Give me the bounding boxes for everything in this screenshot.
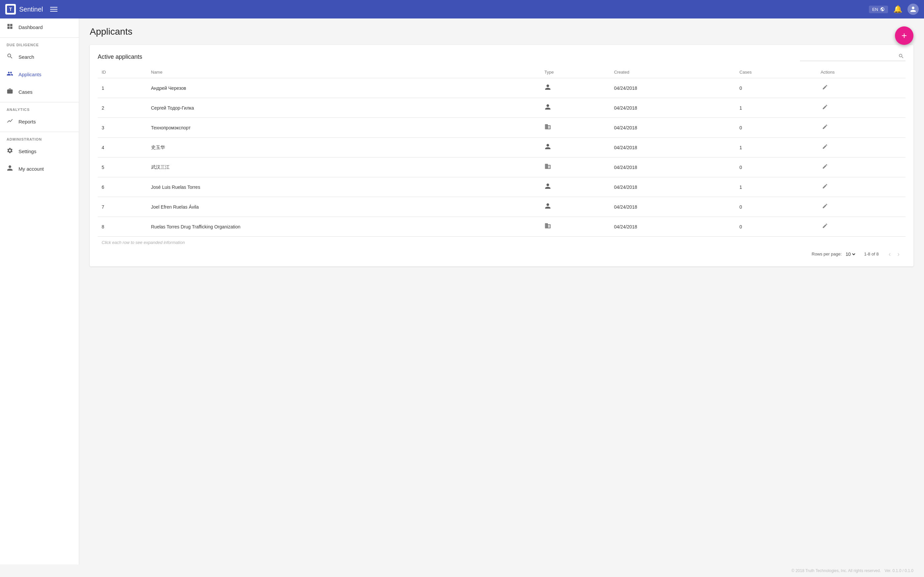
sidebar-search-label: Search xyxy=(18,54,34,60)
add-applicant-fab[interactable]: + xyxy=(895,26,913,45)
cell-actions xyxy=(817,98,906,118)
cell-created: 04/24/2018 xyxy=(610,197,736,217)
sidebar-item-settings[interactable]: Settings xyxy=(0,143,79,160)
sidebar-item-reports[interactable]: Reports xyxy=(0,113,79,131)
cell-actions xyxy=(817,118,906,138)
cell-actions xyxy=(817,217,906,237)
cell-id: 2 xyxy=(98,98,147,118)
applicants-table: ID Name Type Created Cases Actions 1 Анд… xyxy=(98,66,906,237)
page-title: Applicants xyxy=(90,26,913,37)
sidebar-divider-1 xyxy=(0,37,79,38)
cell-name: 武汉三江 xyxy=(147,158,541,177)
sidebar-item-dashboard[interactable]: Dashboard xyxy=(0,18,79,36)
table-row[interactable]: 3 Технопромэкспорт 04/24/2018 0 xyxy=(98,118,906,138)
edit-button[interactable] xyxy=(821,182,829,192)
cell-id: 6 xyxy=(98,177,147,197)
app-layout: Dashboard DUE DILIGENCE Search Applicant… xyxy=(0,18,924,564)
section-label-due-diligence: DUE DILIGENCE xyxy=(0,39,79,48)
sidebar-my-account-label: My account xyxy=(18,166,44,172)
table-row[interactable]: 8 Ruelas Torres Drug Trafficking Organiz… xyxy=(98,217,906,237)
cell-id: 5 xyxy=(98,158,147,177)
cell-type xyxy=(541,78,610,98)
table-row[interactable]: 4 史玉华 04/24/2018 1 xyxy=(98,138,906,158)
cell-actions xyxy=(817,138,906,158)
col-id: ID xyxy=(98,66,147,78)
table-row[interactable]: 6 José Luis Ruelas Torres 04/24/2018 1 xyxy=(98,177,906,197)
edit-button[interactable] xyxy=(821,83,829,93)
rows-per-page-select[interactable]: 5102550 xyxy=(845,251,856,257)
cell-cases: 0 xyxy=(736,78,817,98)
sidebar-settings-label: Settings xyxy=(18,148,36,154)
next-page-button[interactable]: › xyxy=(895,250,901,258)
cell-name: Joel Efren Ruelas Ávila xyxy=(147,197,541,217)
topbar-logo: T Sentinel xyxy=(5,4,869,15)
copyright-text: © 2018 Truth Technologies, Inc. All righ… xyxy=(791,569,881,573)
topbar: T Sentinel EN 🔔 xyxy=(0,0,924,18)
notification-icon[interactable]: 🔔 xyxy=(893,5,902,13)
user-avatar[interactable] xyxy=(908,4,919,15)
search-wrapper xyxy=(800,53,906,61)
page-footer: © 2018 Truth Technologies, Inc. All righ… xyxy=(0,564,924,577)
cell-name: Андрей Черезов xyxy=(147,78,541,98)
version-text: Ver. 0.1.0 / 0.1.0 xyxy=(885,569,913,573)
sidebar-item-applicants[interactable]: Applicants xyxy=(0,66,79,83)
cell-type xyxy=(541,158,610,177)
cell-type xyxy=(541,98,610,118)
cell-created: 04/24/2018 xyxy=(610,98,736,118)
cell-cases: 0 xyxy=(736,118,817,138)
cell-type xyxy=(541,177,610,197)
col-name: Name xyxy=(147,66,541,78)
cell-cases: 0 xyxy=(736,197,817,217)
pagination-range: 1-8 of 8 xyxy=(864,251,879,256)
cell-actions xyxy=(817,197,906,217)
search-icon[interactable] xyxy=(898,53,904,61)
sidebar: Dashboard DUE DILIGENCE Search Applicant… xyxy=(0,18,79,564)
table-row[interactable]: 5 武汉三江 04/24/2018 0 xyxy=(98,158,906,177)
cell-name: José Luis Ruelas Torres xyxy=(147,177,541,197)
edit-button[interactable] xyxy=(821,103,829,113)
applicants-table-container: ID Name Type Created Cases Actions 1 Анд… xyxy=(98,66,906,237)
section-label-administration: ADMINISTRATION xyxy=(0,133,79,143)
sidebar-cases-label: Cases xyxy=(18,89,33,95)
cell-id: 1 xyxy=(98,78,147,98)
edit-button[interactable] xyxy=(821,162,829,172)
table-row[interactable]: 2 Сергей Тодор-Гилка 04/24/2018 1 xyxy=(98,98,906,118)
applicants-search-input[interactable] xyxy=(800,53,906,61)
col-cases: Cases xyxy=(736,66,817,78)
pagination-nav: ‹ › xyxy=(887,250,901,258)
applicants-card: Active applicants ID Name Type C xyxy=(90,45,913,266)
cell-created: 04/24/2018 xyxy=(610,78,736,98)
table-row[interactable]: 1 Андрей Черезов 04/24/2018 0 xyxy=(98,78,906,98)
dashboard-label: Dashboard xyxy=(18,24,43,30)
reports-icon xyxy=(6,118,13,126)
sidebar-item-cases[interactable]: Cases xyxy=(0,83,79,101)
col-created: Created xyxy=(610,66,736,78)
sidebar-item-search[interactable]: Search xyxy=(0,48,79,66)
cell-type xyxy=(541,197,610,217)
language-button[interactable]: EN xyxy=(869,6,888,13)
cell-id: 4 xyxy=(98,138,147,158)
edit-button[interactable] xyxy=(821,142,829,153)
sidebar-reports-label: Reports xyxy=(18,119,36,124)
hamburger-menu[interactable] xyxy=(50,7,58,11)
settings-icon xyxy=(6,147,13,155)
cell-actions xyxy=(817,158,906,177)
sidebar-divider-2 xyxy=(0,102,79,102)
applicants-icon xyxy=(6,70,13,79)
cell-id: 3 xyxy=(98,118,147,138)
cell-cases: 1 xyxy=(736,138,817,158)
col-actions: Actions xyxy=(817,66,906,78)
cell-type xyxy=(541,138,610,158)
sidebar-applicants-label: Applicants xyxy=(18,72,41,77)
edit-button[interactable] xyxy=(821,202,829,212)
cell-name: Сергей Тодор-Гилка xyxy=(147,98,541,118)
cell-name: Технопромэкспорт xyxy=(147,118,541,138)
sidebar-item-my-account[interactable]: My account xyxy=(0,160,79,177)
app-logo: T xyxy=(5,4,16,15)
table-row[interactable]: 7 Joel Efren Ruelas Ávila 04/24/2018 0 xyxy=(98,197,906,217)
col-type: Type xyxy=(541,66,610,78)
cell-cases: 0 xyxy=(736,217,817,237)
edit-button[interactable] xyxy=(821,221,829,232)
prev-page-button[interactable]: ‹ xyxy=(887,250,893,258)
edit-button[interactable] xyxy=(821,122,829,133)
